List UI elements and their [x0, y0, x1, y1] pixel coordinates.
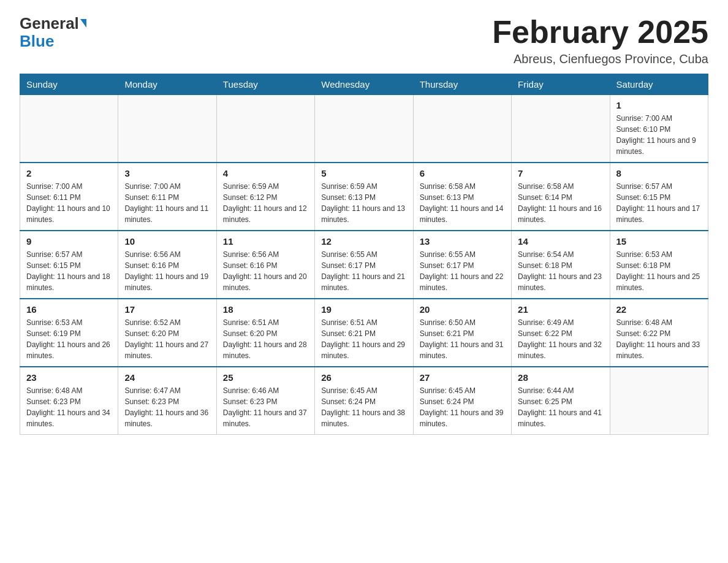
day-number: 18 [223, 304, 308, 315]
day-number: 28 [518, 372, 603, 383]
day-number: 24 [124, 372, 210, 383]
calendar-cell: 1Sunrise: 7:00 AM Sunset: 6:10 PM Daylig… [610, 95, 708, 163]
day-number: 14 [518, 236, 603, 247]
calendar-header-monday: Monday [118, 74, 216, 95]
day-number: 7 [518, 168, 603, 178]
day-info: Sunrise: 6:54 AM Sunset: 6:18 PM Dayligh… [518, 249, 603, 293]
day-number: 5 [321, 168, 406, 178]
day-info: Sunrise: 6:59 AM Sunset: 6:13 PM Dayligh… [321, 181, 406, 225]
logo: General Blue [20, 15, 86, 50]
day-number: 15 [616, 236, 702, 247]
day-info: Sunrise: 6:56 AM Sunset: 6:16 PM Dayligh… [124, 249, 210, 293]
calendar-cell: 22Sunrise: 6:48 AM Sunset: 6:22 PM Dayli… [610, 299, 708, 367]
calendar-header-row: SundayMondayTuesdayWednesdayThursdayFrid… [20, 74, 708, 95]
day-info: Sunrise: 7:00 AM Sunset: 6:10 PM Dayligh… [616, 113, 702, 157]
calendar-cell: 14Sunrise: 6:54 AM Sunset: 6:18 PM Dayli… [512, 231, 610, 299]
day-info: Sunrise: 6:56 AM Sunset: 6:16 PM Dayligh… [223, 249, 308, 293]
calendar-cell [216, 95, 314, 163]
day-number: 2 [26, 168, 112, 178]
day-info: Sunrise: 6:46 AM Sunset: 6:23 PM Dayligh… [223, 385, 308, 429]
calendar-cell: 8Sunrise: 6:57 AM Sunset: 6:15 PM Daylig… [610, 163, 708, 231]
day-number: 16 [26, 304, 112, 315]
day-number: 17 [124, 304, 210, 315]
day-info: Sunrise: 6:50 AM Sunset: 6:21 PM Dayligh… [420, 317, 505, 361]
calendar-cell: 20Sunrise: 6:50 AM Sunset: 6:21 PM Dayli… [413, 299, 511, 367]
main-title: February 2025 [492, 15, 708, 50]
day-number: 11 [223, 236, 308, 247]
day-number: 20 [420, 304, 505, 315]
calendar-cell: 3Sunrise: 7:00 AM Sunset: 6:11 PM Daylig… [118, 163, 216, 231]
calendar-cell: 28Sunrise: 6:44 AM Sunset: 6:25 PM Dayli… [512, 367, 610, 435]
day-number: 12 [321, 236, 406, 247]
calendar-cell [20, 95, 118, 163]
day-number: 26 [321, 372, 406, 383]
day-info: Sunrise: 6:45 AM Sunset: 6:24 PM Dayligh… [420, 385, 505, 429]
day-info: Sunrise: 6:44 AM Sunset: 6:25 PM Dayligh… [518, 385, 603, 429]
calendar-cell: 5Sunrise: 6:59 AM Sunset: 6:13 PM Daylig… [315, 163, 413, 231]
calendar-week-row: 2Sunrise: 7:00 AM Sunset: 6:11 PM Daylig… [20, 163, 708, 231]
day-info: Sunrise: 6:57 AM Sunset: 6:15 PM Dayligh… [616, 181, 702, 225]
calendar-cell [315, 95, 413, 163]
calendar-cell: 13Sunrise: 6:55 AM Sunset: 6:17 PM Dayli… [413, 231, 511, 299]
calendar-cell [118, 95, 216, 163]
calendar-cell: 4Sunrise: 6:59 AM Sunset: 6:12 PM Daylig… [216, 163, 314, 231]
logo-general-text: General [20, 15, 79, 33]
day-info: Sunrise: 6:51 AM Sunset: 6:20 PM Dayligh… [223, 317, 308, 361]
day-info: Sunrise: 6:58 AM Sunset: 6:14 PM Dayligh… [518, 181, 603, 225]
calendar-cell [610, 367, 708, 435]
day-info: Sunrise: 7:00 AM Sunset: 6:11 PM Dayligh… [26, 181, 112, 225]
calendar-header-tuesday: Tuesday [216, 74, 314, 95]
day-number: 25 [223, 372, 308, 383]
day-number: 23 [26, 372, 112, 383]
day-info: Sunrise: 6:55 AM Sunset: 6:17 PM Dayligh… [321, 249, 406, 293]
day-number: 27 [420, 372, 505, 383]
calendar-cell: 7Sunrise: 6:58 AM Sunset: 6:14 PM Daylig… [512, 163, 610, 231]
calendar-cell: 17Sunrise: 6:52 AM Sunset: 6:20 PM Dayli… [118, 299, 216, 367]
day-info: Sunrise: 6:51 AM Sunset: 6:21 PM Dayligh… [321, 317, 406, 361]
calendar-cell: 16Sunrise: 6:53 AM Sunset: 6:19 PM Dayli… [20, 299, 118, 367]
logo-blue-text: Blue [20, 33, 86, 50]
day-info: Sunrise: 6:48 AM Sunset: 6:22 PM Dayligh… [616, 317, 702, 361]
calendar-table: SundayMondayTuesdayWednesdayThursdayFrid… [20, 74, 708, 435]
day-number: 1 [616, 100, 702, 110]
calendar-header-thursday: Thursday [413, 74, 511, 95]
calendar-cell: 18Sunrise: 6:51 AM Sunset: 6:20 PM Dayli… [216, 299, 314, 367]
day-info: Sunrise: 6:47 AM Sunset: 6:23 PM Dayligh… [124, 385, 210, 429]
calendar-cell: 15Sunrise: 6:53 AM Sunset: 6:18 PM Dayli… [610, 231, 708, 299]
calendar-week-row: 16Sunrise: 6:53 AM Sunset: 6:19 PM Dayli… [20, 299, 708, 367]
page-header: General Blue February 2025 Abreus, Cienf… [20, 15, 708, 66]
day-info: Sunrise: 6:53 AM Sunset: 6:19 PM Dayligh… [26, 317, 112, 361]
calendar-cell: 12Sunrise: 6:55 AM Sunset: 6:17 PM Dayli… [315, 231, 413, 299]
calendar-header-sunday: Sunday [20, 74, 118, 95]
logo-triangle-icon [80, 19, 86, 28]
title-block: February 2025 Abreus, Cienfuegos Provinc… [492, 15, 708, 66]
day-number: 21 [518, 304, 603, 315]
calendar-header-friday: Friday [512, 74, 610, 95]
calendar-week-row: 1Sunrise: 7:00 AM Sunset: 6:10 PM Daylig… [20, 95, 708, 163]
calendar-cell: 9Sunrise: 6:57 AM Sunset: 6:15 PM Daylig… [20, 231, 118, 299]
calendar-header-wednesday: Wednesday [315, 74, 413, 95]
calendar-cell: 21Sunrise: 6:49 AM Sunset: 6:22 PM Dayli… [512, 299, 610, 367]
calendar-cell: 27Sunrise: 6:45 AM Sunset: 6:24 PM Dayli… [413, 367, 511, 435]
calendar-week-row: 23Sunrise: 6:48 AM Sunset: 6:23 PM Dayli… [20, 367, 708, 435]
calendar-cell: 26Sunrise: 6:45 AM Sunset: 6:24 PM Dayli… [315, 367, 413, 435]
day-info: Sunrise: 6:55 AM Sunset: 6:17 PM Dayligh… [420, 249, 505, 293]
day-number: 6 [420, 168, 505, 178]
calendar-cell: 19Sunrise: 6:51 AM Sunset: 6:21 PM Dayli… [315, 299, 413, 367]
day-number: 10 [124, 236, 210, 247]
subtitle: Abreus, Cienfuegos Province, Cuba [492, 52, 708, 66]
day-info: Sunrise: 6:49 AM Sunset: 6:22 PM Dayligh… [518, 317, 603, 361]
day-info: Sunrise: 7:00 AM Sunset: 6:11 PM Dayligh… [124, 181, 210, 225]
calendar-cell: 11Sunrise: 6:56 AM Sunset: 6:16 PM Dayli… [216, 231, 314, 299]
day-info: Sunrise: 6:53 AM Sunset: 6:18 PM Dayligh… [616, 249, 702, 293]
day-number: 13 [420, 236, 505, 247]
calendar-cell [512, 95, 610, 163]
calendar-cell: 23Sunrise: 6:48 AM Sunset: 6:23 PM Dayli… [20, 367, 118, 435]
day-number: 3 [124, 168, 210, 178]
day-info: Sunrise: 6:48 AM Sunset: 6:23 PM Dayligh… [26, 385, 112, 429]
calendar-cell: 2Sunrise: 7:00 AM Sunset: 6:11 PM Daylig… [20, 163, 118, 231]
day-info: Sunrise: 6:58 AM Sunset: 6:13 PM Dayligh… [420, 181, 505, 225]
day-number: 19 [321, 304, 406, 315]
calendar-cell: 6Sunrise: 6:58 AM Sunset: 6:13 PM Daylig… [413, 163, 511, 231]
calendar-cell: 10Sunrise: 6:56 AM Sunset: 6:16 PM Dayli… [118, 231, 216, 299]
